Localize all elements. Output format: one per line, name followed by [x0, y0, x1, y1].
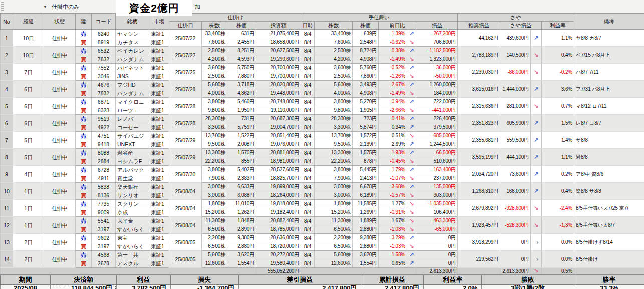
saya-trend-arrow-icon: ⇒ [531, 234, 542, 251]
cell-exit-shares: 2,200株 [315, 234, 353, 242]
saya-trend-arrow-icon: ↘ [531, 98, 542, 115]
cell-status: 仕掛中 [44, 30, 76, 47]
subtotal-pl: 2,613,300円 [416, 268, 458, 275]
pair-row-sell[interactable]: 1 10日 仕掛中 売 6240 ヤマシン 東証1 25/07/22 33,40… [1, 30, 644, 38]
saya-trend-arrow-icon: ↘ [531, 200, 542, 217]
cell-elapsed: 5日 [13, 149, 44, 166]
cell-note: ア8/中 資8/6 [574, 166, 644, 183]
pair-row-sell[interactable]: 10 1日 仕掛中 売 5838 楽天銀行 東証1 25/08/04 3,000… [1, 183, 644, 191]
cell-entry-price: 2,880円 [227, 242, 256, 251]
cell-entry-shares: 2,500株 [202, 47, 227, 55]
cell-entry-shares: 3,600株 [202, 64, 227, 72]
pair-row-sell[interactable]: 11 1日 仕掛中 売 7735 スクリン 東証1 25/08/04 1,800… [1, 200, 644, 208]
cell-exit-price: 1,905円 [353, 106, 379, 115]
pair-row-sell[interactable]: 3 7日 仕掛中 売 7552 ハピネット 東証1 25/07/25 3,600… [1, 64, 644, 72]
pair-row-sell[interactable]: 6 6日 仕掛中 売 9519 レノバ 東証1 25/07/28 28,300株… [1, 115, 644, 123]
summary-win-rate: 33.3% [574, 285, 644, 289]
pair-row-sell[interactable]: 13 2日 仕掛中 売 9602 東宝 東証1 25/08/05 2,200株 … [1, 234, 644, 242]
trend-arrow-icon: ↗ [407, 234, 416, 242]
cell-exit-price: 4,908円 [353, 89, 379, 98]
cell-no: 3 [1, 64, 13, 81]
cell-exit-price: 1,575円 [353, 149, 379, 157]
cell-profit-rate: -0.2% [542, 64, 574, 81]
cell-exit-price: 8,724円 [353, 47, 379, 55]
cell-profit-rate: 0.4% [542, 47, 574, 64]
cell-recommended-pl: 2,034,720円 [458, 166, 500, 183]
cell-investment: 19,004,700円 [256, 123, 301, 132]
add-button[interactable]: 加 [195, 3, 200, 11]
cell-exit-shares: 5,600株 [315, 81, 353, 89]
cell-saya-pl: 73,600円 [500, 166, 531, 183]
header-row-groups: No 経過 状態 建 コード 銘柄 市場 仕掛け 手仕舞い さや 備考 [1, 14, 644, 22]
cell-name: コーセー [116, 123, 149, 132]
toolbar-grip[interactable] [1, 2, 4, 11]
cell-status: 仕掛中 [44, 166, 76, 183]
cell-name: 楽天銀行 [116, 183, 149, 191]
cell-entry-shares: 3,800株 [202, 166, 227, 174]
cell-investment: 19,448,000円 [256, 89, 301, 98]
cell-entry-shares: 22,200株 [202, 157, 227, 166]
col-header-entry-price: 株価 [227, 22, 256, 30]
cell-side-buy: 買 [76, 174, 92, 183]
pair-row-sell[interactable]: 7 5日 仕掛中 売 4751 サイバエジ 東証1 25/07/29 13,70… [1, 132, 644, 140]
cell-pl: 0円 [416, 242, 458, 251]
cell-exit-shares: 9,500株 [315, 140, 353, 149]
cell-day-change: -1.07% [379, 174, 407, 183]
cell-code: 4751 [92, 132, 116, 140]
trend-arrow-icon: ↗ [407, 123, 416, 132]
cell-side-sell: 売 [76, 234, 92, 242]
pair-row-sell[interactable]: 12 1日 仕掛中 売 5541 大平金 東証1 25/08/04 11,300… [1, 217, 644, 225]
cell-profit-rate: 1.5% [542, 115, 574, 132]
cell-note: 8/5手仕舞いス7/25 京7/ [574, 200, 644, 217]
pair-row-sell[interactable]: 9 4日 仕掛中 売 6728 アルバック 東証1 25/07/30 3,800… [1, 166, 644, 174]
cell-investment: 20,700,000円 [256, 64, 301, 72]
cell-profit-rate: 1.1% [542, 30, 574, 47]
cell-entry-price: 6,088円 [227, 191, 256, 200]
pair-row-sell[interactable]: 4 6日 仕掛中 売 4676 フジHD 東証1 25/07/28 5,600株… [1, 81, 644, 89]
cell-elapsed: 1日 [13, 217, 44, 234]
cell-pl: 510,600円 [416, 157, 458, 166]
cell-side-buy: 買 [76, 55, 92, 64]
cell-exit-price: 2,880円 [353, 242, 379, 251]
cell-entry-shares: 33,400株 [202, 30, 227, 38]
pair-row-sell[interactable]: 8 5日 仕掛中 売 8088 岩谷産 東証1 25/07/29 13,300株… [1, 149, 644, 157]
pair-row-sell[interactable]: 5 6日 仕掛中 売 6871 マイクロニ 東証1 25/07/28 3,800… [1, 98, 644, 106]
cell-investment: 20,882,400円 [256, 217, 301, 225]
cell-side-sell: 売 [76, 81, 92, 89]
filter-dropdown[interactable]: ▼ 仕掛中のみ [43, 3, 79, 11]
summary-table: 期間 決済額 利益 損失 差引損益 累計損益 利益率 勝敗 勝率 2025/08… [0, 275, 644, 289]
cell-name: ハピネット [116, 64, 149, 72]
cell-entry-shares: 4,000株 [202, 89, 227, 98]
col-header-exit-date: 日時 [301, 22, 315, 30]
cell-entry-shares: 28,300株 [202, 115, 227, 123]
cell-exit-date: 8/4 [301, 251, 315, 259]
cell-entry-price: 855円 [227, 157, 256, 166]
cell-day-change: -1.49% [379, 89, 407, 98]
cell-no: 14 [1, 251, 13, 268]
trend-arrow-icon: ↘ [407, 157, 416, 166]
cell-exit-shares: 13,700株 [315, 132, 353, 140]
cell-side-sell: 売 [76, 47, 92, 55]
cell-code: 6323 [92, 106, 116, 115]
pair-row-sell[interactable]: 2 10日 仕掛中 売 6532 ベイカレン 東証1 25/07/22 2,50… [1, 47, 644, 55]
cell-investment: 20,272,000円 [256, 251, 301, 259]
cell-market: 東証1 [149, 123, 169, 132]
cell-market: 東証1 [149, 81, 169, 89]
col-group-exit: 手仕舞い [301, 14, 458, 22]
trend-arrow-icon: ↘ [407, 217, 416, 225]
cell-recommended-pl: 2,679,892円 [458, 200, 500, 217]
pair-row-sell[interactable]: 14 2日 仕掛中 売 4568 第一三共 東証1 25/08/05 5,600… [1, 251, 644, 259]
cell-profit-rate: 0.0% [542, 234, 574, 251]
cell-exit-date: 8/4 [301, 259, 315, 268]
summary-settled[interactable]: 118,844,500円 [51, 285, 117, 289]
cell-note: フ7/31 バ8月上 [574, 81, 644, 98]
cell-exit-shares: 28,300株 [315, 115, 353, 123]
cell-entry-date: 25/08/05 [169, 234, 202, 251]
cell-code: 2884 [92, 157, 116, 166]
fund-label: 資金2億円 [116, 0, 192, 16]
cell-pl: -685,000円 [416, 132, 458, 140]
col-header-code: コード [92, 14, 116, 30]
cell-no: 5 [1, 98, 13, 115]
saya-trend-arrow-icon: ↗ [531, 183, 542, 200]
cell-entry-shares: 7,900株 [202, 174, 227, 183]
